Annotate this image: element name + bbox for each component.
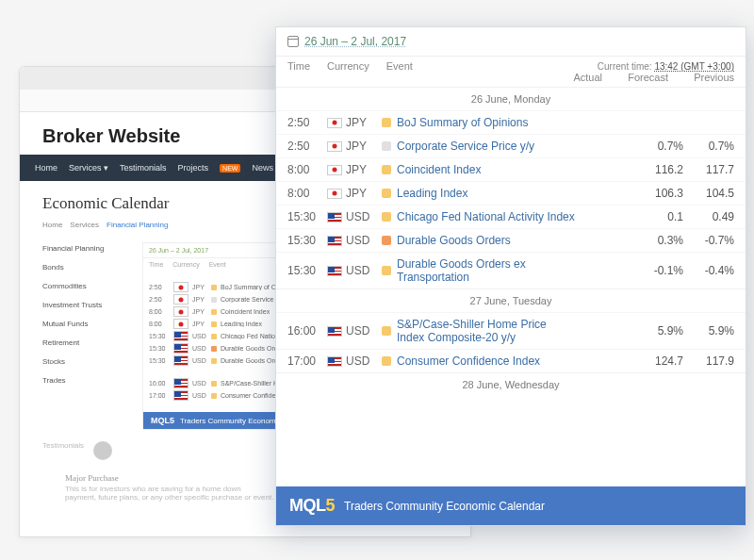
mini-time: 2:50 xyxy=(149,296,170,303)
importance-icon xyxy=(211,358,217,364)
card-text: This is for investors who are saving for… xyxy=(65,485,274,502)
event-name[interactable]: Chicago Fed National Activity Index xyxy=(397,210,582,223)
event-currency: JPY xyxy=(346,116,382,129)
importance-icon xyxy=(211,334,217,339)
event-row[interactable]: 15:30USDDurable Goods Orders ex Transpor… xyxy=(276,252,746,288)
testimonials-label: Testimonials xyxy=(42,441,84,450)
importance-icon xyxy=(382,141,397,151)
sidebar-item[interactable]: Stocks xyxy=(42,355,129,368)
event-name[interactable]: Consumer Confidence Index xyxy=(397,354,582,368)
event-previous: 5.9% xyxy=(683,324,734,338)
event-name[interactable]: Durable Goods Orders xyxy=(397,234,582,247)
flag-icon xyxy=(173,355,188,366)
event-name[interactable]: Corporate Service Price y/y xyxy=(397,140,582,153)
event-currency: USD xyxy=(346,210,382,223)
event-time: 8:00 xyxy=(287,163,327,176)
current-time-value: 13:42 (GMT +3:00) xyxy=(654,61,734,72)
site-sidebar: Financial Planning Bonds Commodities Inv… xyxy=(42,242,129,430)
mini-time: 15:30 xyxy=(149,357,170,364)
mini-currency: JPY xyxy=(192,308,207,315)
sidebar-item[interactable]: Bonds xyxy=(42,261,129,273)
event-name[interactable]: Coincident Index xyxy=(397,163,582,176)
event-row[interactable]: 15:30USDChicago Fed National Activity In… xyxy=(276,205,746,228)
col-forecast: Forecast xyxy=(617,72,668,83)
importance-icon xyxy=(211,393,217,399)
event-name[interactable]: Durable Goods Orders ex Transportation xyxy=(397,257,582,284)
mini-time: 15:30 xyxy=(149,345,170,352)
event-row[interactable]: 2:50JPYCorporate Service Price y/y0.7%0.… xyxy=(276,134,746,157)
day-heading: 28 June, Wednesday xyxy=(276,372,746,396)
event-currency: JPY xyxy=(346,187,382,200)
nav-services[interactable]: Services ▾ xyxy=(69,163,108,173)
flag-icon xyxy=(327,266,346,276)
event-time: 15:30 xyxy=(287,210,327,223)
nav-new-badge: NEW xyxy=(220,164,240,173)
event-name[interactable]: Leading Index xyxy=(397,187,582,200)
importance-icon xyxy=(211,321,217,327)
flag-icon xyxy=(173,331,188,341)
importance-icon xyxy=(382,212,397,222)
event-time: 15:30 xyxy=(287,234,327,247)
event-name[interactable]: BoJ Summary of Opinions xyxy=(397,116,582,129)
col-event: Event xyxy=(386,60,413,72)
event-forecast: -0.1% xyxy=(632,264,683,277)
mini-time: 2:50 xyxy=(149,284,170,290)
nav-projects[interactable]: Projects xyxy=(178,163,209,173)
event-previous: 117.9 xyxy=(683,354,734,368)
mini-currency: USD xyxy=(192,380,207,387)
importance-icon xyxy=(382,189,397,198)
calendar-footer[interactable]: MQL5 Traders Community Economic Calendar xyxy=(276,486,746,525)
event-currency: USD xyxy=(346,234,382,247)
col-currency: Currency xyxy=(327,60,369,72)
importance-icon xyxy=(211,346,217,352)
event-name[interactable]: S&P/Case-Shiller Home Price Index Compos… xyxy=(397,318,582,344)
current-time[interactable]: Current time: 13:42 (GMT +3:00) xyxy=(598,61,734,72)
mini-currency: USD xyxy=(192,345,207,352)
nav-testimonials[interactable]: Testimonials xyxy=(120,163,167,173)
flag-icon xyxy=(327,236,346,246)
date-range-picker[interactable]: 26 Jun – 2 Jul, 2017 xyxy=(276,27,746,57)
flag-icon xyxy=(327,212,346,222)
event-row[interactable]: 8:00JPYCoincident Index116.2117.7 xyxy=(276,157,746,181)
mini-currency: JPY xyxy=(192,296,207,303)
current-time-label: Current time: xyxy=(598,61,652,72)
sidebar-item[interactable]: Retirement xyxy=(42,337,129,349)
event-forecast: 0.3% xyxy=(632,234,683,247)
mini-currency: USD xyxy=(192,333,207,339)
event-row[interactable]: 17:00USDConsumer Confidence Index124.711… xyxy=(276,349,746,372)
nav-home[interactable]: Home xyxy=(35,163,57,173)
sidebar-item[interactable]: Mutual Funds xyxy=(42,318,129,330)
flag-icon xyxy=(327,165,346,175)
mini-col-currency: Currency xyxy=(172,261,199,268)
breadcrumb-home[interactable]: Home xyxy=(42,221,62,229)
event-forecast: 0.1 xyxy=(632,210,683,223)
importance-icon xyxy=(211,285,217,290)
event-row[interactable]: 2:50JPYBoJ Summary of Opinions xyxy=(276,110,746,134)
importance-icon xyxy=(211,297,217,303)
event-forecast: 116.2 xyxy=(632,163,683,176)
event-previous: 0.7% xyxy=(683,140,734,153)
event-forecast: 5.9% xyxy=(632,324,683,338)
event-time: 15:30 xyxy=(287,264,327,277)
event-time: 2:50 xyxy=(287,140,327,153)
flag-icon xyxy=(327,118,346,128)
importance-icon xyxy=(382,326,397,336)
importance-icon xyxy=(382,118,397,127)
event-forecast: 106.3 xyxy=(632,187,683,200)
sidebar-item[interactable]: Commodities xyxy=(42,280,129,292)
mini-currency: USD xyxy=(192,357,207,364)
mini-currency: JPY xyxy=(192,321,207,327)
avatar xyxy=(93,441,112,460)
sidebar-item[interactable]: Trades xyxy=(42,374,129,387)
flag-icon xyxy=(327,141,346,152)
event-row[interactable]: 15:30USDDurable Goods Orders0.3%-0.7% xyxy=(276,228,746,252)
event-row[interactable]: 16:00USDS&P/Case-Shiller Home Price Inde… xyxy=(276,312,746,349)
sidebar-item[interactable]: Financial Planning xyxy=(42,242,129,255)
sidebar-item[interactable]: Investment Trusts xyxy=(42,299,129,311)
breadcrumb-services[interactable]: Services xyxy=(70,221,99,229)
mini-currency: JPY xyxy=(192,284,207,290)
col-previous: Previous xyxy=(683,72,734,83)
event-row[interactable]: 8:00JPYLeading Index106.3104.5 xyxy=(276,181,746,205)
event-previous: -0.4% xyxy=(683,264,734,277)
calendar-body: 26 June, Monday2:50JPYBoJ Summary of Opi… xyxy=(276,87,746,396)
